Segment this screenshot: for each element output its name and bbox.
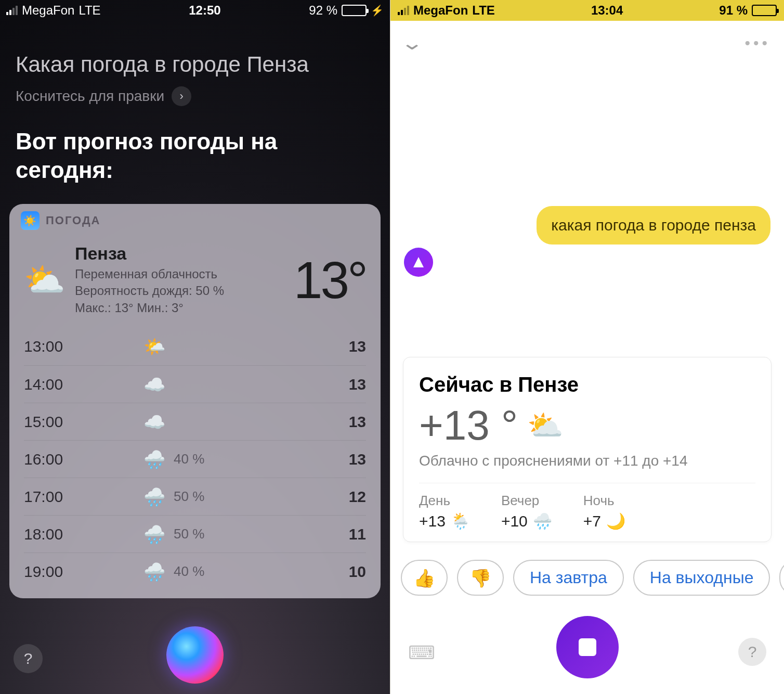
weather-current: ⛅ Пенза Переменная облачность Вероятност… — [9, 234, 381, 328]
signal-icon — [398, 6, 409, 15]
alice-screen: MegaFon LTE 13:04 91 % ⌄ ••• какая погод… — [390, 0, 784, 694]
user-message-text: какая погода в городе пенза — [551, 216, 756, 234]
signal-icon — [6, 6, 18, 15]
more-chip[interactable]: C — [779, 560, 784, 596]
carrier-label: MegaFon — [22, 3, 74, 18]
help-button[interactable]: ? — [738, 638, 766, 666]
weather-icon: ☁️ — [143, 374, 165, 395]
chevron-down-icon[interactable]: ⌄ — [400, 32, 424, 54]
status-bar: MegaFon LTE 13:04 91 % — [390, 0, 784, 21]
hour-temperature: 13 — [335, 376, 366, 393]
part-label: День — [419, 493, 470, 509]
battery-percent: 92 % — [309, 3, 337, 18]
tomorrow-chip[interactable]: На завтра — [513, 560, 624, 596]
battery-percent: 91 % — [719, 3, 748, 18]
top-bar: ⌄ ••• — [390, 21, 784, 66]
hourly-row: 19:00🌧️40 %10 — [24, 552, 366, 590]
weather-card-header: ☀️ ПОГОДА — [9, 204, 381, 234]
weather-icon: 🌤️ — [143, 336, 165, 357]
hourly-row: 14:00☁️13 — [24, 365, 366, 403]
current-temperature: 13° — [294, 250, 366, 310]
hourly-row: 18:00🌧️50 %11 — [24, 515, 366, 552]
hour-label: 19:00 — [24, 563, 86, 581]
conditions-label: Облачно с прояснениями от +11 до +14 — [419, 453, 755, 469]
hour-label: 14:00 — [24, 376, 86, 393]
conditions-label: Переменная облачность — [75, 266, 284, 282]
hourly-forecast: 13:00🌤️1314:00☁️1315:00☁️1316:00🌧️40 %13… — [9, 328, 381, 596]
chat-area: какая погода в городе пенза — [390, 66, 784, 357]
question-mark-icon: ? — [748, 643, 757, 661]
hour-temperature: 13 — [335, 413, 366, 431]
chevron-right-icon[interactable]: › — [172, 86, 191, 106]
card-title: Сейчас в Пензе — [419, 373, 755, 396]
part-label: Вечер — [501, 493, 552, 509]
question-mark-icon: ? — [24, 650, 33, 667]
day-parts: День+13🌦️Вечер+10🌧️Ночь+7🌙 — [419, 493, 755, 530]
weather-icon: 🌧️ — [143, 486, 165, 507]
weather-icon: 🌧️ — [143, 524, 165, 545]
weather-icon: 🌦️ — [451, 512, 470, 530]
day-part: Ночь+7🌙 — [583, 493, 625, 530]
hour-label: 13:00 — [24, 338, 86, 355]
weather-icon: 🌙 — [606, 512, 625, 530]
thumbs-up-icon: 👍 — [413, 568, 435, 588]
current-temperature: +13 ° — [419, 402, 518, 449]
rain-probability: Вероятность дождя: 50 % — [75, 282, 284, 299]
hourly-row: 15:00☁️13 — [24, 403, 366, 440]
siri-orb-button[interactable] — [166, 626, 224, 684]
edit-query-row[interactable]: Коснитесь для правки › — [0, 82, 390, 106]
weather-icon: 🌧️ — [143, 561, 165, 582]
partly-cloudy-icon: ⛅ — [527, 408, 564, 443]
thumbs-down-chip[interactable]: 👎 — [457, 560, 504, 596]
help-button[interactable]: ? — [14, 644, 43, 673]
precip-percent: 50 % — [174, 489, 204, 505]
day-part: День+13🌦️ — [419, 493, 470, 530]
weather-app-label: ПОГОДА — [46, 214, 101, 227]
siri-answer-text: Вот прогноз погоды на сегодня: — [0, 106, 390, 195]
weather-card[interactable]: ☀️ ПОГОДА ⛅ Пенза Переменная облачность … — [9, 204, 381, 598]
hourly-row: 17:00🌧️50 %12 — [24, 478, 366, 515]
alice-avatar-icon[interactable] — [404, 248, 433, 277]
precip-percent: 50 % — [174, 526, 204, 542]
hour-temperature: 13 — [335, 338, 366, 355]
weather-card[interactable]: Сейчас в Пензе +13 ° ⛅ Облачно с проясне… — [403, 357, 772, 542]
keyboard-toggle-icon[interactable]: ⌨ — [408, 642, 435, 664]
charging-icon: ⚡ — [371, 4, 384, 17]
hour-label: 15:00 — [24, 413, 86, 431]
part-temperature: +13 — [419, 512, 446, 530]
network-type: LTE — [472, 3, 495, 18]
status-bar: MegaFon LTE 12:50 92 % ⚡ — [0, 0, 390, 21]
stop-icon — [579, 638, 596, 656]
battery-icon — [342, 5, 367, 16]
partly-cloudy-icon: ⛅ — [24, 263, 66, 297]
voice-stop-button[interactable] — [556, 616, 619, 678]
edit-hint-label: Коснитесь для правки — [16, 88, 164, 105]
carrier-label: MegaFon — [413, 3, 468, 18]
siri-bottom-bar — [0, 616, 390, 694]
weather-icon: 🌧️ — [143, 449, 165, 470]
hourly-row: 16:00🌧️40 %13 — [24, 440, 366, 478]
clock: 12:50 — [189, 3, 220, 18]
chip-label: На завтра — [530, 568, 607, 587]
battery-icon — [752, 5, 777, 16]
precip-percent: 40 % — [174, 451, 204, 467]
hour-temperature: 10 — [335, 563, 366, 581]
suggestion-chips: 👍 👎 На завтра На выходные C — [390, 542, 784, 596]
hour-label: 17:00 — [24, 488, 86, 506]
network-type: LTE — [79, 3, 100, 18]
divider — [419, 483, 755, 483]
hour-temperature: 12 — [335, 488, 366, 506]
day-part: Вечер+10🌧️ — [501, 493, 552, 530]
clock: 13:04 — [591, 3, 623, 18]
user-message-bubble[interactable]: какая погода в городе пенза — [537, 206, 770, 245]
more-options-icon[interactable]: ••• — [744, 34, 770, 52]
hourly-row: 13:00🌤️13 — [24, 328, 366, 365]
hour-label: 16:00 — [24, 451, 86, 468]
siri-screen: MegaFon LTE 12:50 92 % ⚡ Какая погода в … — [0, 0, 390, 694]
chip-label: На выходные — [650, 568, 754, 587]
siri-query-text[interactable]: Какая погода в городе Пенза — [0, 21, 390, 82]
weather-icon: ☁️ — [143, 412, 165, 432]
part-label: Ночь — [583, 493, 625, 509]
weekend-chip[interactable]: На выходные — [633, 560, 770, 596]
thumbs-up-chip[interactable]: 👍 — [401, 560, 448, 596]
